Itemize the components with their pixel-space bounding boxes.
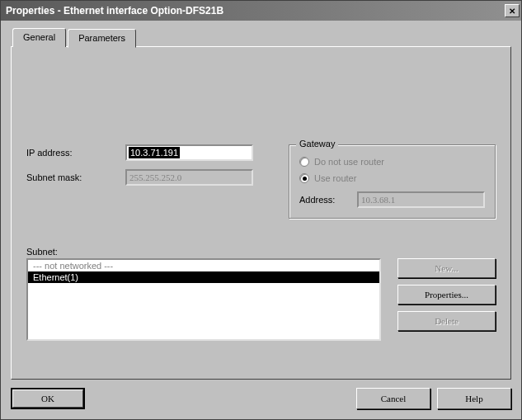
- delete-button-label: Delete: [435, 316, 459, 326]
- dialog-buttons: OK Cancel Help: [11, 388, 511, 409]
- list-item-label: --- not networked ---: [33, 261, 113, 271]
- gateway-address-label: Address:: [299, 195, 357, 205]
- list-item[interactable]: Ethernet(1): [28, 271, 379, 283]
- list-item[interactable]: --- not networked ---: [28, 260, 379, 271]
- close-icon: ✕: [509, 7, 515, 16]
- tab-panel-parameters: IP address: 10.3.71.191 Subnet mask: Gat…: [11, 46, 511, 380]
- ip-address-label: IP address:: [26, 148, 125, 158]
- cancel-button-label: Cancel: [381, 394, 407, 403]
- ok-button[interactable]: OK: [11, 388, 85, 409]
- subnet-mask-label: Subnet mask:: [26, 172, 125, 182]
- gateway-address-input: [357, 191, 485, 208]
- subnet-label: Subnet:: [26, 247, 496, 257]
- radio-use-router-label: Use router: [314, 173, 356, 183]
- titlebar: Properties - Ethernet interface Option-D…: [1, 1, 521, 21]
- subnet-mask-input: [125, 169, 253, 186]
- subnet-listbox[interactable]: --- not networked --- Ethernet(1): [26, 258, 381, 341]
- subnet-area: Subnet: --- not networked --- Ethernet(1…: [26, 247, 496, 341]
- new-button[interactable]: New...: [397, 258, 496, 278]
- properties-button-label: Properties...: [425, 290, 468, 300]
- address-fields: IP address: 10.3.71.191 Subnet mask:: [26, 144, 274, 219]
- ok-button-label: OK: [41, 394, 54, 403]
- ip-address-value: 10.3.71.191: [129, 147, 180, 158]
- tabstrip: General Parameters: [12, 27, 511, 46]
- properties-window: Properties - Ethernet interface Option-D…: [0, 0, 522, 420]
- ip-address-input[interactable]: 10.3.71.191: [125, 144, 253, 161]
- list-item-label: Ethernet(1): [33, 272, 78, 282]
- tab-general[interactable]: General: [12, 28, 66, 47]
- help-button[interactable]: Help: [437, 388, 511, 409]
- gateway-groupbox: Gateway Do not use router Use router Add…: [289, 144, 496, 219]
- delete-button[interactable]: Delete: [397, 311, 496, 331]
- window-title: Properties - Ethernet interface Option-D…: [6, 5, 505, 17]
- radio-no-router-label: Do not use router: [314, 157, 384, 167]
- radio-no-router[interactable]: Do not use router: [299, 157, 485, 167]
- gateway-group-title: Gateway: [296, 139, 338, 149]
- new-button-label: New...: [435, 263, 458, 273]
- radio-use-router-icon: [299, 173, 309, 183]
- subnet-side-buttons: New... Properties... Delete: [397, 258, 496, 341]
- content-area: General Parameters IP address: 10.3.71.1…: [1, 21, 521, 419]
- radio-use-router[interactable]: Use router: [299, 173, 485, 183]
- radio-no-router-icon: [299, 157, 309, 167]
- cancel-button[interactable]: Cancel: [356, 388, 430, 409]
- help-button-label: Help: [465, 394, 482, 403]
- tab-parameters[interactable]: Parameters: [68, 29, 136, 48]
- tab-parameters-label: Parameters: [78, 33, 125, 43]
- tab-general-label: General: [23, 32, 55, 42]
- close-button[interactable]: ✕: [505, 4, 520, 17]
- properties-button[interactable]: Properties...: [397, 285, 496, 304]
